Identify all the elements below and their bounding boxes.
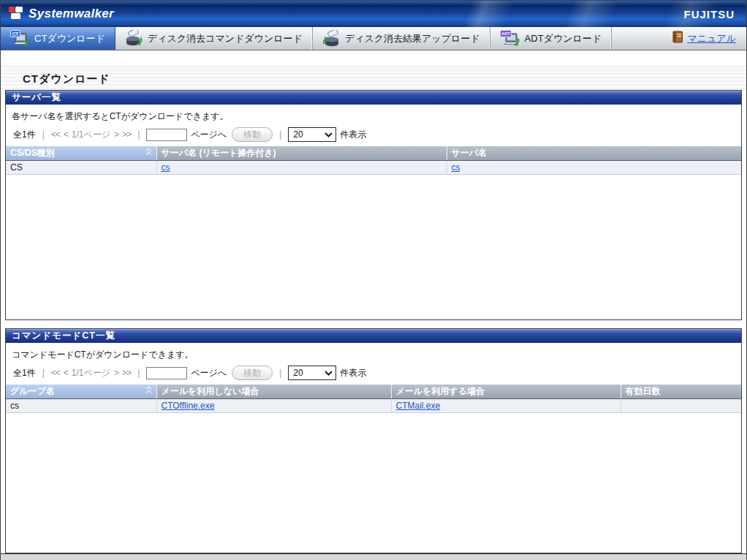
table-header-row: グループ名 メールを利用しない場合 メールを利用する場合 有効日数 <box>6 385 741 398</box>
fujitsu-logo: FUJITSU <box>683 8 746 20</box>
ct-download-icon: CT <box>10 30 30 47</box>
svg-text:CT: CT <box>12 31 19 37</box>
page-indicator: 1/1ページ <box>72 129 110 141</box>
last-page-button[interactable]: >> <box>122 129 131 140</box>
cell-server-name-remote: cs <box>156 160 447 174</box>
prev-page-button[interactable]: < <box>64 129 68 140</box>
page-size-label: 件表示 <box>340 129 366 141</box>
next-page-button[interactable]: > <box>114 368 118 378</box>
server-table: CS/DS種別 サーバ名 (リモート操作付き) サーバ名 CS cs cs <box>6 146 741 175</box>
command-mode-ct-table: グループ名 メールを利用しない場合 メールを利用する場合 有効日数 cs CTO… <box>6 385 741 413</box>
page-title: CTダウンロード <box>1 72 110 86</box>
tab-label: ディスク消去結果アップロード <box>345 32 480 45</box>
command-mode-ct-body: コマンドモードCTがダウンロードできます。 全1件 | << < 1/1ページ … <box>6 343 741 413</box>
go-button[interactable]: 移動 <box>232 366 273 380</box>
page-indicator: 1/1ページ <box>72 367 110 379</box>
top-banner: Systemwalker FUJITSU <box>1 1 746 27</box>
chevron-down-icon <box>325 129 333 140</box>
manual-link-group: マニュアル <box>672 27 746 50</box>
page-size-value: 20 <box>293 368 303 378</box>
svg-text:ADT: ADT <box>501 31 510 36</box>
last-page-button[interactable]: >> <box>122 368 131 378</box>
column-header-server-name-remote[interactable]: サーバ名 (リモート操作付き) <box>156 146 447 160</box>
page-number-input[interactable] <box>146 129 187 141</box>
table-row: cs CTOffline.exe CTMail.exe <box>6 398 741 412</box>
ct-mail-link[interactable]: CTMail.exe <box>396 401 441 411</box>
cell-group-name: cs <box>6 398 156 412</box>
column-header-no-mail[interactable]: メールを利用しない場合 <box>156 385 391 398</box>
pager-separator: | <box>279 368 281 378</box>
section-title-command-mode-ct: コマンドモードCT一覧 <box>6 329 741 343</box>
first-page-button[interactable]: << <box>51 368 60 378</box>
cell-server-name: cs <box>447 160 741 174</box>
cell-valid-days <box>621 398 741 412</box>
tab-bar: CT CTダウンロード ディスク消去コマンドダウンロード <box>1 27 746 50</box>
pager-separator: | <box>279 129 281 140</box>
page-number-input[interactable] <box>146 367 187 379</box>
sort-ascending-icon <box>145 148 152 158</box>
pager-separator: | <box>42 368 45 378</box>
goto-page-label: ページへ <box>191 367 227 379</box>
tab-label: CTダウンロード <box>34 32 105 45</box>
manual-link[interactable]: マニュアル <box>687 32 736 45</box>
server-list-panel: サーバ一覧 各サーバ名を選択するとCTがダウンロードできます。 全1件 | <<… <box>5 90 742 320</box>
cell-no-mail: CTOffline.exe <box>156 398 391 412</box>
systemwalker-logo-icon <box>8 6 23 23</box>
chevron-down-icon <box>325 368 333 378</box>
next-page-button[interactable]: > <box>114 129 118 140</box>
page-size-value: 20 <box>293 129 303 140</box>
column-header-group-name[interactable]: グループ名 <box>6 385 156 398</box>
server-list-pager: 全1件 | << < 1/1ページ > >> | ページへ 移動 | 20 件表 <box>13 127 741 142</box>
systemwalker-logo: Systemwalker <box>1 6 114 23</box>
page-title-band: CTダウンロード <box>1 50 746 90</box>
total-count: 全1件 <box>13 129 36 141</box>
product-name: Systemwalker <box>29 7 114 21</box>
page-size-select[interactable]: 20 <box>288 366 336 380</box>
goto-page-label: ページへ <box>191 129 227 141</box>
app-window: Systemwalker FUJITSU CT CTダウンロード <box>0 0 747 560</box>
ct-offline-link[interactable]: CTOffline.exe <box>162 401 215 411</box>
column-header-cs-ds-type[interactable]: CS/DS種別 <box>6 146 156 160</box>
tab-disk-erase-result-upload[interactable]: ディスク消去結果アップロード <box>313 27 490 50</box>
cell-cs-ds-type: CS <box>6 160 156 174</box>
column-header-with-mail[interactable]: メールを利用する場合 <box>391 385 621 398</box>
disk-erase-result-upload-icon <box>322 30 341 47</box>
prev-page-button[interactable]: < <box>64 368 68 378</box>
table-row: CS cs cs <box>6 160 741 174</box>
page-size-label: 件表示 <box>340 367 366 379</box>
page-size-select[interactable]: 20 <box>288 127 336 142</box>
cell-with-mail: CTMail.exe <box>391 398 621 412</box>
server-link[interactable]: cs <box>452 162 460 173</box>
tab-label: ディスク消去コマンドダウンロード <box>148 32 303 45</box>
server-list-description: 各サーバ名を選択するとCTがダウンロードできます。 <box>12 110 741 123</box>
disk-erase-command-download-icon <box>125 30 143 47</box>
tab-adt-download[interactable]: ADT ADTダウンロード <box>490 27 613 50</box>
pager-separator: | <box>137 129 140 140</box>
pager-separator: | <box>137 368 140 378</box>
sort-ascending-icon <box>145 386 152 396</box>
command-mode-ct-panel: コマンドモードCT一覧 コマンドモードCTがダウンロードできます。 全1件 | … <box>5 328 742 553</box>
tab-label: ADTダウンロード <box>525 32 602 45</box>
command-mode-ct-pager: 全1件 | << < 1/1ページ > >> | ページへ 移動 | 20 件表 <box>13 366 741 380</box>
server-remote-link[interactable]: cs <box>162 162 170 173</box>
tab-disk-erase-command-download[interactable]: ディスク消去コマンドダウンロード <box>115 27 313 50</box>
title-stripes: CTダウンロード <box>1 68 746 90</box>
command-mode-ct-description: コマンドモードCTがダウンロードできます。 <box>12 349 741 361</box>
section-title-server-list: サーバ一覧 <box>6 91 741 105</box>
table-header-row: CS/DS種別 サーバ名 (リモート操作付き) サーバ名 <box>6 146 741 160</box>
first-page-button[interactable]: << <box>51 129 60 140</box>
tab-ct-download[interactable]: CT CTダウンロード <box>1 27 115 50</box>
adt-download-icon: ADT <box>500 30 520 47</box>
book-icon <box>672 31 683 46</box>
bottom-strip <box>1 553 746 560</box>
go-button[interactable]: 移動 <box>232 127 273 142</box>
pager-separator: | <box>42 129 45 140</box>
column-header-server-name[interactable]: サーバ名 <box>447 146 741 160</box>
column-header-valid-days[interactable]: 有効日数 <box>621 385 741 398</box>
server-list-body: 各サーバ名を選択するとCTがダウンロードできます。 全1件 | << < 1/1… <box>6 105 741 175</box>
tabbar-spacer <box>612 27 672 50</box>
total-count: 全1件 <box>13 367 36 379</box>
